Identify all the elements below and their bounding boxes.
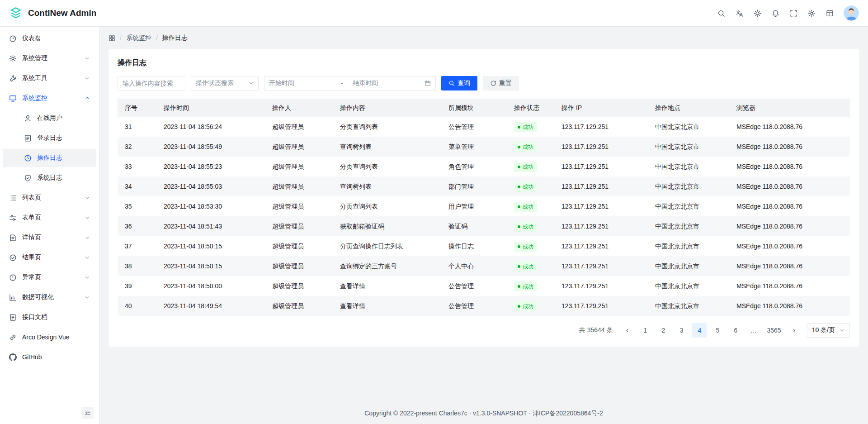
sidebar-item-system-tool[interactable]: 系统工具 (3, 69, 96, 87)
link-icon (9, 333, 17, 341)
header-settings-button[interactable] (804, 5, 819, 21)
status-badge: 成功 (514, 262, 537, 272)
sidebar-item-label: 仪表盘 (22, 34, 90, 43)
translate-icon (736, 10, 743, 17)
sidebar-item-list-page[interactable]: 列表页 (3, 189, 96, 207)
column-header: 序号 (118, 99, 156, 117)
app-header: ContiNew Admin (0, 0, 868, 27)
sidebar-item-api-doc[interactable]: 接口文档 (3, 308, 96, 326)
pagination-page-4[interactable]: 4 (692, 323, 707, 338)
column-header: 操作人 (265, 99, 333, 117)
sidebar-item-form-page[interactable]: 表单页 (3, 209, 96, 227)
operation-content-search-input[interactable] (118, 76, 185, 91)
operation-status-select[interactable]: 操作状态搜索 (191, 76, 259, 91)
column-header: 操作状态 (507, 99, 554, 117)
page-title: 操作日志 (118, 58, 850, 68)
sidebar-item-label: 系统管理 (22, 54, 79, 62)
header-theme-button[interactable] (750, 5, 765, 21)
sidebar-item-result-page[interactable]: 结果页 (3, 248, 96, 267)
github-icon (9, 353, 17, 361)
file-icon (9, 234, 17, 242)
gear-icon (9, 55, 17, 62)
pagination-page-6[interactable]: 6 (728, 323, 743, 338)
doc-icon (9, 314, 17, 321)
header-translate-button[interactable] (731, 5, 747, 21)
pagination-prev-button[interactable]: ‹ (620, 323, 634, 338)
sidebar-item-label: 异常页 (22, 273, 79, 281)
sidebar-item-github[interactable]: GitHub (3, 348, 96, 366)
sidebar-collapse-button[interactable] (82, 407, 94, 419)
sidebar-item-system-manage[interactable]: 系统管理 (3, 49, 96, 67)
status-badge: 成功 (514, 281, 537, 291)
sidebar-item-exception-page[interactable]: 异常页 (3, 268, 96, 286)
sidebar-item-detail-page[interactable]: 详情页 (3, 229, 96, 247)
menu-fold-icon (85, 410, 91, 416)
range-separator: - (341, 80, 343, 87)
pagination-total: 共 35644 条 (579, 326, 613, 334)
pagination-next-button[interactable]: › (787, 323, 802, 338)
layout-icon (826, 10, 834, 17)
pagination-page-5[interactable]: 5 (710, 323, 725, 338)
sidebar: 仪表盘系统管理系统工具系统监控在线用户登录日志操作日志系统日志列表页表单页详情页… (0, 27, 99, 424)
status-badge: 成功 (514, 301, 537, 311)
status-badge: 成功 (514, 222, 537, 232)
pagination-page-3[interactable]: 3 (674, 323, 689, 338)
search-icon (717, 10, 725, 17)
header-notifications-button[interactable] (768, 5, 783, 21)
query-button[interactable]: 查询 (441, 76, 477, 91)
check-circle-icon (9, 254, 17, 262)
table-row: 352023-11-04 18:53:30超级管理员分页查询列表用户管理成功12… (118, 196, 850, 216)
refresh-icon (490, 80, 496, 86)
app-title: ContiNew Admin (28, 8, 96, 18)
sidebar-item-operation-log[interactable]: 操作日志 (3, 149, 96, 167)
user-avatar[interactable] (844, 5, 859, 21)
chevron-down-icon (85, 76, 90, 81)
sidebar-item-system-log[interactable]: 系统日志 (3, 169, 96, 187)
status-dot-icon (518, 126, 520, 129)
status-dot-icon (518, 146, 520, 148)
sidebar-item-label: 表单页 (22, 214, 79, 222)
status-dot-icon (518, 305, 520, 308)
sidebar-item-online-user[interactable]: 在线用户 (3, 109, 96, 127)
sidebar-item-label: 接口文档 (22, 313, 90, 321)
table-row: 332023-11-04 18:55:23超级管理员分页查询列表角色管理成功12… (118, 157, 850, 176)
sidebar-item-label: 系统日志 (37, 174, 90, 182)
header-fullscreen-button[interactable] (786, 5, 801, 21)
breadcrumb-item-system-monitor[interactable]: 系统监控 (126, 34, 151, 42)
status-badge: 成功 (514, 142, 537, 152)
header-search-button[interactable] (713, 5, 729, 21)
chevron-down-icon (85, 275, 90, 280)
sidebar-item-label: 系统监控 (22, 94, 79, 102)
reset-button[interactable]: 重置 (483, 76, 519, 91)
sidebar-item-system-monitor[interactable]: 系统监控 (3, 89, 96, 107)
sidebar-item-dashboard[interactable]: 仪表盘 (3, 29, 96, 48)
notification-icon (772, 10, 779, 17)
header-layout-button[interactable] (822, 5, 837, 21)
layout: 仪表盘系统管理系统工具系统监控在线用户登录日志操作日志系统日志列表页表单页详情页… (0, 27, 868, 424)
date-range-picker[interactable]: 开始时间 - 结束时间 (264, 76, 436, 91)
login-log-icon (24, 134, 32, 142)
sidebar-item-data-visualization[interactable]: 数据可视化 (3, 288, 96, 306)
sidebar-item-login-log[interactable]: 登录日志 (3, 129, 96, 147)
table-row: 322023-11-04 18:55:49超级管理员查询树列表菜单管理成功123… (118, 137, 850, 157)
monitor-icon (9, 95, 17, 102)
sidebar-item-label: 结果页 (22, 253, 79, 262)
calendar-icon (425, 80, 431, 86)
column-header: 操作内容 (333, 99, 441, 117)
chevron-down-icon (85, 56, 90, 61)
breadcrumb-separator: / (120, 34, 122, 42)
pagination-page-3565[interactable]: 3565 (764, 323, 783, 338)
info-circle-icon (9, 274, 17, 281)
sidebar-item-arco-design-vue[interactable]: Arco Design Vue (3, 328, 96, 346)
copyright-footer: Copyright © 2022-present Charles7c · v1.… (108, 404, 859, 424)
tool-icon (9, 75, 17, 82)
pagination-page-2[interactable]: 2 (656, 323, 670, 338)
sidebar-item-label: Arco Design Vue (22, 333, 90, 341)
page-size-select[interactable]: 10 条/页 (807, 323, 850, 338)
app-logo[interactable]: ContiNew Admin (9, 6, 108, 20)
sidebar-item-label: 在线用户 (37, 114, 90, 122)
table-row: 382023-11-04 18:50:15超级管理员查询绑定的三方账号个人中心成… (118, 256, 850, 276)
search-icon (448, 80, 455, 86)
status-dot-icon (518, 225, 520, 228)
pagination-page-1[interactable]: 1 (638, 323, 652, 338)
